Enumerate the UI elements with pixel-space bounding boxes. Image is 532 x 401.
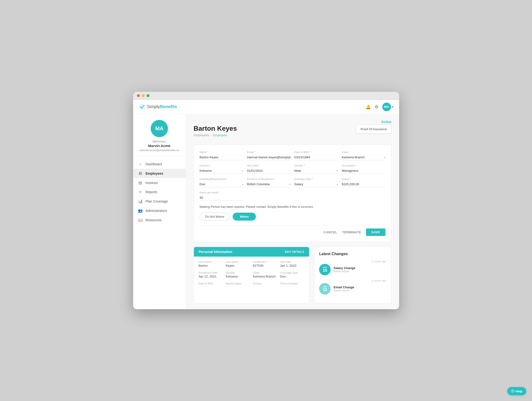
sidebar-item-resources[interactable]: 📖 Resources — [133, 215, 186, 225]
province-select[interactable]: British Columbia — [247, 181, 291, 187]
main-layout: MA Welcome, Marvin Acme internal+acme@si… — [133, 114, 399, 309]
salary-input[interactable] — [342, 181, 385, 187]
browser-dot-yellow[interactable] — [142, 94, 145, 97]
info-item-coverage-type: Coverage Type Duo — [280, 271, 304, 278]
form-group-occupation: Occupation * — [342, 164, 385, 174]
browser-dot-green[interactable] — [146, 94, 149, 97]
email-input[interactable] — [247, 154, 291, 160]
info-item-phone: Phone Number — [280, 282, 304, 286]
change-text: Salary Change Barton Keyes — [334, 266, 355, 273]
name-label: Name * — [200, 151, 243, 153]
change-time-label-2: a month ago — [319, 279, 386, 282]
info-item-gender: Gender — [253, 282, 277, 286]
form-group-name: Name * — [200, 151, 243, 160]
help-button[interactable]: ⓘ Help — [507, 387, 526, 395]
sidebar-item-dashboard[interactable]: ⌂ Dashboard — [133, 159, 186, 169]
individual-select[interactable]: Duo — [200, 181, 243, 187]
terminate-button[interactable]: TERMINATE — [342, 230, 361, 234]
sidebar-item-label: Reports — [146, 190, 157, 194]
occupation-input[interactable] — [342, 168, 385, 174]
app-container: SimplyBenefits 🔔 ⚙ MA ▾ MA Welcome, Marv… — [133, 100, 399, 309]
form-group-earnings: Earnings Type * Salary ▾ — [294, 178, 338, 187]
employees-icon: ⊟ — [138, 171, 143, 176]
sidebar-item-label: Resources — [146, 218, 162, 222]
form-group-hours: Hours per week * — [200, 191, 245, 201]
change-time-label: a month ago — [319, 260, 386, 263]
save-button[interactable]: SAVE — [366, 229, 385, 236]
latest-changes-title: Latest Changes — [319, 252, 386, 256]
form-group-individual: Individual/Dependents * Duo ▾ — [200, 178, 243, 187]
change-person-salary: Barton Keyes — [334, 270, 355, 273]
browser-window: SimplyBenefits 🔔 ⚙ MA ▾ MA Welcome, Marv… — [133, 92, 399, 309]
breadcrumb-separator: › — [210, 133, 211, 137]
gender-select[interactable]: Male — [294, 168, 338, 174]
province-select-wrapper: British Columbia ▾ — [247, 181, 291, 187]
dob-input[interactable] — [294, 154, 338, 160]
hire-date-label: Hire Date * — [247, 164, 291, 167]
info-item-dob: Date of Birth — [199, 282, 223, 286]
breadcrumb: Employees › Employee — [194, 133, 237, 137]
hours-input[interactable] — [200, 195, 245, 201]
user-avatar-dropdown[interactable]: MA ▾ — [382, 102, 393, 111]
resources-icon: 📖 — [138, 218, 143, 222]
change-title-salary: Salary Change — [334, 266, 355, 270]
help-label: Help — [516, 389, 522, 393]
gear-icon[interactable]: ⚙ — [375, 104, 379, 109]
proof-of-insurance-button[interactable]: Proof Of Insurance — [356, 125, 391, 134]
dob-label: Date of Birth * — [294, 151, 338, 153]
cancel-button[interactable]: CANCEL — [324, 230, 337, 234]
logo-text: SimplyBenefits — [147, 104, 177, 109]
division-select[interactable]: Kelowna — [200, 168, 243, 174]
personal-info-title: Personal Information — [199, 250, 232, 254]
breadcrumb-employees[interactable]: Employees — [194, 133, 209, 137]
form-group-class: Class * Kelowna Branch ▾ — [342, 151, 385, 160]
sidebar-item-employees[interactable]: ⊟ Employees — [133, 169, 186, 178]
personal-info-body: First Name Barton Last Name Keyes Certif… — [194, 257, 309, 293]
sidebar-item-label: Invoices — [146, 181, 158, 185]
browser-dot-red[interactable] — [137, 94, 140, 97]
form-group-gender: Gender * Male ▾ — [294, 164, 338, 174]
breadcrumb-current[interactable]: Employee — [213, 133, 227, 137]
change-date-badge-apr12: Apr 12 — [319, 283, 331, 295]
form-group-hire-date: Hire Date * — [247, 164, 291, 174]
hire-date-input[interactable] — [247, 168, 291, 174]
content-area: Active Barton Keyes Employees › Employee… — [186, 114, 399, 309]
sidebar-item-plan-coverage[interactable]: 📊 Plan Coverage — [133, 197, 186, 206]
form-row-hours: Hours per week * — [200, 191, 386, 201]
class-select[interactable]: Kelowna Branch — [342, 154, 385, 160]
top-nav: SimplyBenefits 🔔 ⚙ MA ▾ — [133, 100, 399, 114]
logo-icon — [139, 103, 146, 110]
change-item-header-row-2: a month ago Apr 12 Email Change Barton K… — [319, 279, 386, 295]
sidebar-item-administrators[interactable]: 👥 Administrators — [133, 206, 186, 215]
earnings-select-wrapper: Salary ▾ — [294, 181, 338, 187]
occupation-label: Occupation * — [342, 164, 385, 167]
info-item-certificate: Certificate # 627539 — [253, 261, 277, 267]
do-not-waive-button[interactable]: Do Not Waive — [200, 213, 230, 221]
info-item-first-name: First Name Barton — [199, 261, 223, 267]
gender-select-wrapper: Male ▾ — [294, 168, 338, 174]
info-item-marital-status: Marital Status — [226, 282, 250, 286]
individual-select-wrapper: Duo ▾ — [200, 181, 243, 187]
sidebar-item-label: Plan Coverage — [146, 199, 168, 203]
sidebar-item-label: Employees — [146, 172, 163, 175]
edit-details-button[interactable]: EDIT DETAILS — [285, 250, 304, 253]
earnings-select[interactable]: Salary — [294, 181, 338, 187]
sidebar-welcome-label: Welcome, — [152, 140, 166, 143]
info-row-3: Date of Birth Marital Status Gender — [199, 282, 304, 286]
waive-notice: Waiting Period has been waived. Please c… — [200, 204, 386, 209]
sidebar-item-reports[interactable]: ≡ Reports — [133, 187, 186, 197]
reports-icon: ≡ — [138, 190, 143, 194]
change-item-inner-2: Apr 12 Email Change Barton Keyes — [319, 283, 386, 295]
sidebar-item-invoices[interactable]: ▤ Invoices — [133, 178, 186, 187]
bell-icon[interactable]: 🔔 — [366, 104, 371, 109]
sidebar-nav: ⌂ Dashboard ⊟ Employees ▤ Invoices ≡ Rep… — [133, 157, 186, 228]
waive-button[interactable]: Waive — [233, 213, 256, 221]
individual-label: Individual/Dependents * — [200, 178, 243, 180]
latest-changes-card: Latest Changes a month ago Apr 15 — [314, 247, 391, 303]
browser-chrome — [133, 92, 399, 100]
change-text-2: Email Change Barton Keyes — [334, 286, 354, 292]
sidebar-item-label: Administrators — [146, 209, 167, 213]
info-item-last-name: Last Name Keyes — [226, 261, 250, 267]
change-title-email: Email Change — [334, 286, 354, 289]
name-input[interactable] — [200, 154, 243, 160]
